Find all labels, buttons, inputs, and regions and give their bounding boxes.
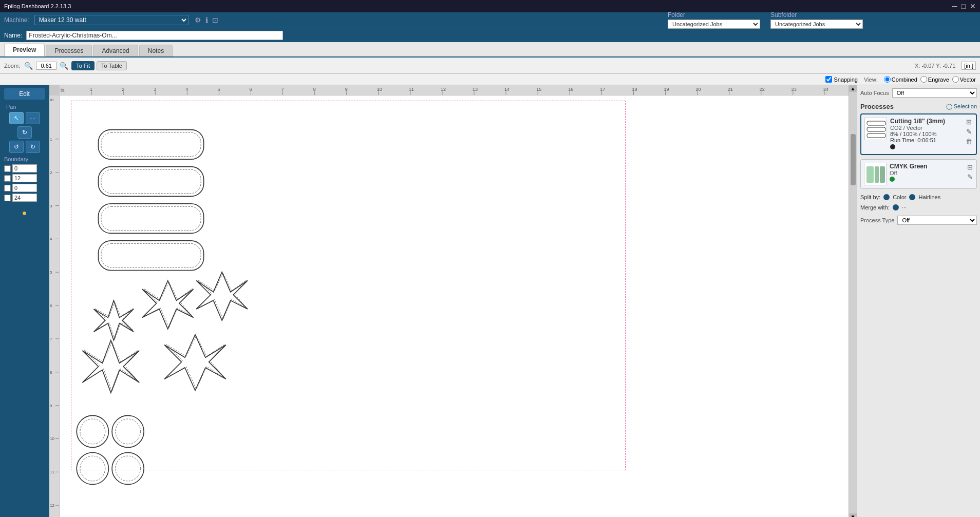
process-type-select[interactable]: Off Cut Engrave Score [897, 216, 977, 225]
snapping-checkbox-group[interactable]: Snapping [825, 76, 858, 83]
svg-text:17: 17 [600, 87, 605, 92]
name-input[interactable] [26, 31, 283, 40]
selection-link[interactable]: ◯ Selection [946, 103, 977, 110]
snapping-label: Snapping [834, 76, 858, 83]
split-color-label: Color [893, 194, 906, 200]
pan-label: Pan [6, 104, 16, 110]
zoom-in-btn[interactable]: 🔍 [59, 61, 69, 71]
process-edit-btn-1[interactable]: ✎ [965, 127, 973, 136]
merge-radio[interactable] [893, 204, 899, 210]
process-type-label: Process Type [860, 217, 894, 223]
split-by-row: Split by: Color Hairlines [860, 194, 977, 200]
svg-rect-103 [866, 166, 874, 183]
split-hairlines-radio[interactable] [909, 194, 915, 200]
machine-info-icon[interactable]: ℹ [205, 16, 208, 24]
left-panel: Edit Pan ↖ - - ↻ ↺ ↻ Boundary [0, 85, 49, 517]
boundary-input-2[interactable] [12, 184, 37, 192]
rotate-tool-btn[interactable]: ↻ [17, 126, 32, 139]
svg-text:7: 7 [281, 87, 284, 92]
zoom-out-btn[interactable]: 🔍 [23, 61, 34, 71]
auto-focus-select[interactable]: Off On [892, 88, 977, 98]
to-table-btn[interactable]: To Table [97, 61, 127, 70]
folder-select[interactable]: Uncategorized Jobs [668, 20, 760, 29]
minimize-btn[interactable]: ─ [952, 2, 957, 10]
svg-text:10: 10 [377, 87, 382, 92]
boundary-cb-3[interactable] [4, 195, 11, 201]
boundary-cb-1[interactable] [4, 175, 11, 182]
process-icons-1: ⊞ ✎ 🗑 [965, 118, 973, 146]
cmyk-card-inner: CMYK Green Off ⊞ ✎ [864, 163, 973, 185]
cmyk-status: Off [890, 170, 964, 176]
cmyk-edit-btn[interactable]: ✎ [967, 173, 973, 181]
svg-rect-81 [101, 243, 201, 267]
machine-connect-icon[interactable]: ⊡ [212, 16, 218, 24]
view-vector[interactable]: Vector [952, 76, 976, 83]
svg-text:23: 23 [791, 87, 797, 92]
scroll-down-btn[interactable]: ▼ [849, 513, 857, 517]
subfolder-group: Subfolder Uncategorized Jobs [770, 11, 863, 29]
select-tool-btn[interactable]: ↖ [9, 112, 24, 124]
zoom-input[interactable] [36, 62, 56, 70]
svg-text:5: 5 [50, 270, 52, 275]
machine-settings-icon[interactable]: ⚙ [195, 16, 201, 24]
close-btn[interactable]: ✕ [970, 2, 976, 10]
snapping-checkbox[interactable] [825, 76, 832, 83]
auto-focus-row: Auto Focus Off On [860, 88, 977, 98]
canvas-content[interactable] [60, 95, 857, 517]
canvas-area[interactable]: in. 123456789101112131415161718192021222… [49, 85, 857, 517]
tab-processes[interactable]: Processes [46, 45, 92, 56]
svg-text:5: 5 [217, 87, 220, 92]
window-controls[interactable]: ─ □ ✕ [952, 2, 976, 10]
svg-text:12: 12 [50, 503, 54, 508]
main-toolbar: Zoom: 🔍 🔍 To Fit To Table X: -0.07 Y: -0… [0, 58, 980, 74]
subfolder-label: Subfolder [770, 11, 862, 18]
tab-advanced[interactable]: Advanced [93, 45, 138, 56]
svg-rect-75 [101, 132, 201, 157]
svg-text:in.: in. [61, 88, 66, 93]
svg-text:19: 19 [664, 87, 669, 92]
svg-marker-89 [84, 341, 138, 392]
boundary-cb-0[interactable] [4, 165, 11, 172]
machine-select[interactable]: Maker 12 30 watt [34, 15, 189, 25]
boundary-cb-2[interactable] [4, 185, 11, 192]
svg-text:9: 9 [50, 404, 52, 408]
cmyk-copy-btn[interactable]: ⊞ [967, 163, 973, 171]
split-color-radio[interactable] [883, 194, 890, 200]
undo-btn[interactable]: ↺ [9, 141, 24, 153]
svg-point-98 [112, 452, 144, 484]
svg-marker-85 [144, 282, 192, 328]
transform-row: ↻ [17, 126, 32, 139]
shapes-svg [60, 95, 857, 517]
maximize-btn[interactable]: □ [962, 2, 966, 10]
view-combined[interactable]: Combined [884, 76, 917, 83]
process-copy-btn-1[interactable]: ⊞ [965, 118, 973, 126]
svg-text:22: 22 [760, 87, 765, 92]
pan-tool-row: ↖ - - [9, 112, 40, 124]
to-fit-btn[interactable]: To Fit [71, 61, 95, 70]
boundary-input-3[interactable] [12, 194, 37, 202]
ruler-top: in. 123456789101112131415161718192021222… [60, 85, 857, 95]
svg-rect-104 [875, 166, 879, 183]
tab-preview[interactable]: Preview [4, 44, 45, 56]
name-bar: Name: [0, 28, 980, 42]
svg-point-93 [80, 419, 105, 444]
cmyk-icons: ⊞ ✎ [967, 163, 973, 181]
scroll-up-btn[interactable]: ▲ [849, 85, 857, 92]
v-scrollbar[interactable]: ▲ ▼ [849, 85, 857, 517]
tabs: Preview Processes Advanced Notes [0, 42, 980, 58]
v-scroll-thumb[interactable] [851, 134, 856, 185]
boundary-input-1[interactable] [12, 174, 37, 182]
boundary-title: Boundary [4, 156, 45, 162]
process-card-1[interactable]: Cutting 1/8" (3mm) CO2 / Vector 8% / 100… [860, 113, 977, 155]
boundary-input-0[interactable] [12, 164, 37, 173]
tab-notes[interactable]: Notes [139, 45, 173, 56]
process-delete-btn-1[interactable]: 🗑 [965, 137, 973, 146]
svg-text:24: 24 [823, 87, 828, 92]
boundary-row-2 [4, 184, 45, 192]
redo-btn[interactable]: ↻ [26, 141, 40, 153]
pan-tool-btn[interactable]: - - [26, 112, 40, 124]
view-engrave[interactable]: Engrave [920, 76, 949, 83]
subfolder-select[interactable]: Uncategorized Jobs [770, 20, 863, 29]
svg-marker-91 [166, 336, 224, 389]
edit-btn[interactable]: Edit [4, 88, 45, 100]
